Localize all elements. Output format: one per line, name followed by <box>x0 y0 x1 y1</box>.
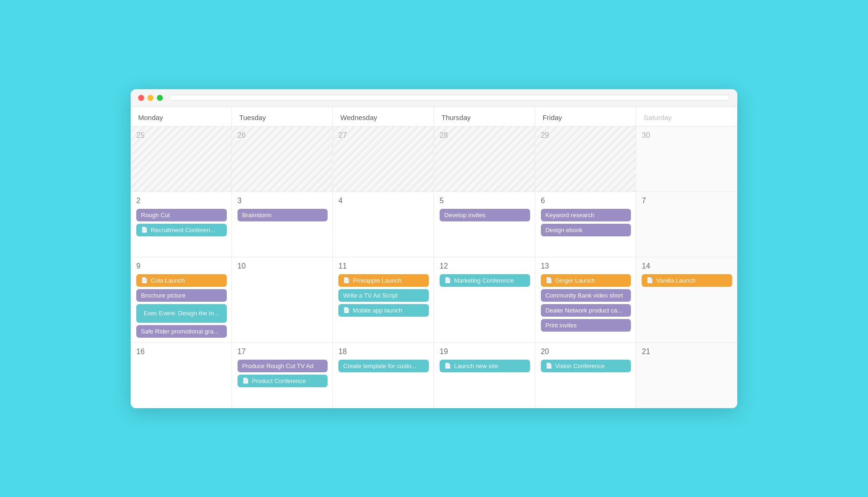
event-label: Dealer Network product ca... <box>546 307 623 314</box>
event-item[interactable]: 📄Cola Launch <box>136 274 227 287</box>
event-item[interactable]: Print invites <box>541 319 631 332</box>
event-label: Brainstorm <box>242 212 272 219</box>
url-bar[interactable] <box>168 95 730 100</box>
events-container: Develop invites <box>440 209 530 221</box>
day-cell-17: 17Produce Rough Cut TV Ad📄Product Confer… <box>232 343 333 408</box>
events-container: Create template for custo... <box>338 360 429 372</box>
event-item[interactable]: Brochure picture <box>136 289 227 302</box>
event-item[interactable]: 📄Vanilla Launch <box>642 274 732 287</box>
minimize-button[interactable] <box>147 95 154 101</box>
event-label: Produce Rough Cut TV Ad <box>242 362 314 369</box>
event-item[interactable]: 📄Pineapple Launch <box>338 274 429 287</box>
event-item[interactable]: 📄Vision Conference <box>541 360 631 372</box>
day-number: 12 <box>440 262 530 270</box>
day-header-saturday: Saturday <box>636 107 737 126</box>
event-item[interactable]: Design ebook <box>541 224 631 236</box>
day-number: 6 <box>541 197 631 205</box>
day-cell-26: 26 <box>232 127 333 192</box>
close-button[interactable] <box>138 95 144 101</box>
doc-icon: 📄 <box>343 277 350 284</box>
day-number: 17 <box>238 348 328 356</box>
event-label: Write a TV Ad Script <box>343 292 398 299</box>
event-label: Brochure picture <box>141 292 185 299</box>
event-item[interactable]: Exec Event- Design the In... <box>136 304 227 323</box>
day-number: 16 <box>136 348 227 356</box>
event-item[interactable]: 📄Marketing Conference <box>440 274 530 287</box>
week-row-3: 1617Produce Rough Cut TV Ad📄Product Conf… <box>131 343 737 408</box>
day-cell-30: 30 <box>636 127 737 192</box>
browser-bar <box>131 89 737 107</box>
day-number: 21 <box>642 348 732 356</box>
event-item[interactable]: Keyword research <box>541 209 631 221</box>
events-container: 📄Ginger LaunchCommunity Bank video short… <box>541 274 631 332</box>
event-item[interactable]: Create template for custo... <box>338 360 429 372</box>
day-number: 10 <box>238 262 328 270</box>
day-cell-7: 7 <box>636 192 737 257</box>
day-number: 25 <box>136 131 227 140</box>
week-row-0: 252627282930 <box>131 127 737 192</box>
event-label: Recruitment Conferen... <box>151 227 215 234</box>
event-item[interactable]: Brainstorm <box>238 209 328 221</box>
event-item[interactable]: Write a TV Ad Script <box>338 289 429 302</box>
event-label: Safe Rider promotional gra... <box>141 328 218 335</box>
day-number: 13 <box>541 262 631 270</box>
event-item[interactable]: Dealer Network product ca... <box>541 304 631 317</box>
events-container: 📄Launch new site <box>440 360 530 372</box>
event-item[interactable]: 📄Mobile app launch <box>338 304 429 317</box>
events-container: Keyword researchDesign ebook <box>541 209 631 236</box>
event-item[interactable]: 📄Ginger Launch <box>541 274 631 287</box>
event-item[interactable]: Safe Rider promotional gra... <box>136 325 227 338</box>
day-number: 14 <box>642 262 732 270</box>
day-number: 19 <box>440 348 530 356</box>
event-item[interactable]: Rough Cut <box>136 209 227 221</box>
day-header-thursday: Thursday <box>434 107 535 126</box>
events-container: 📄Cola LaunchBrochure pictureExec Event- … <box>136 274 227 338</box>
day-header-monday: Monday <box>131 107 232 126</box>
day-cell-11: 11📄Pineapple LaunchWrite a TV Ad Script📄… <box>333 257 434 342</box>
maximize-button[interactable] <box>157 95 163 101</box>
event-label: Develop invites <box>444 212 485 219</box>
week-row-1: 2Rough Cut📄Recruitment Conferen...3Brain… <box>131 192 737 257</box>
day-number: 27 <box>338 131 429 140</box>
day-number: 9 <box>136 262 227 270</box>
doc-icon: 📄 <box>646 277 653 284</box>
day-cell-18: 18Create template for custo... <box>333 343 434 408</box>
event-label: Vanilla Launch <box>656 277 695 284</box>
day-number: 30 <box>642 131 732 140</box>
event-item[interactable]: 📄Launch new site <box>440 360 530 372</box>
day-number: 2 <box>136 197 227 205</box>
doc-icon: 📄 <box>141 227 148 233</box>
day-cell-4: 4 <box>333 192 434 257</box>
event-item[interactable]: 📄Recruitment Conferen... <box>136 224 227 236</box>
calendar: MondayTuesdayWednesdayThursdayFridaySatu… <box>131 107 737 408</box>
event-label: Product Conference <box>252 377 306 384</box>
day-number: 7 <box>642 197 732 205</box>
day-header-friday: Friday <box>535 107 637 126</box>
day-cell-13: 13📄Ginger LaunchCommunity Bank video sho… <box>535 257 637 342</box>
event-label: Community Bank video short <box>546 292 623 299</box>
event-item[interactable]: 📄Product Conference <box>238 375 328 387</box>
event-label: Rough Cut <box>141 212 170 219</box>
doc-icon: 📄 <box>546 362 553 369</box>
day-number: 3 <box>238 197 328 205</box>
event-label: Exec Event- Design the In... <box>144 310 219 317</box>
doc-icon: 📄 <box>343 307 350 313</box>
event-item[interactable]: Community Bank video short <box>541 289 631 302</box>
browser-window: MondayTuesdayWednesdayThursdayFridaySatu… <box>131 89 737 408</box>
doc-icon: 📄 <box>444 277 451 284</box>
events-container: 📄Marketing Conference <box>440 274 530 287</box>
day-cell-14: 14📄Vanilla Launch <box>636 257 737 342</box>
day-number: 29 <box>541 131 631 140</box>
event-item[interactable]: Develop invites <box>440 209 530 221</box>
event-label: Keyword research <box>546 212 595 219</box>
doc-icon: 📄 <box>444 362 451 369</box>
event-item[interactable]: Produce Rough Cut TV Ad <box>238 360 328 372</box>
events-container: Produce Rough Cut TV Ad📄Product Conferen… <box>238 360 328 387</box>
events-container: 📄Vanilla Launch <box>642 274 732 287</box>
day-header-tuesday: Tuesday <box>232 107 333 126</box>
day-number: 28 <box>440 131 530 140</box>
event-label: Vision Conference <box>555 362 605 369</box>
event-label: Launch new site <box>454 362 498 369</box>
day-cell-3: 3Brainstorm <box>232 192 333 257</box>
events-container: 📄Pineapple LaunchWrite a TV Ad Script📄Mo… <box>338 274 429 317</box>
